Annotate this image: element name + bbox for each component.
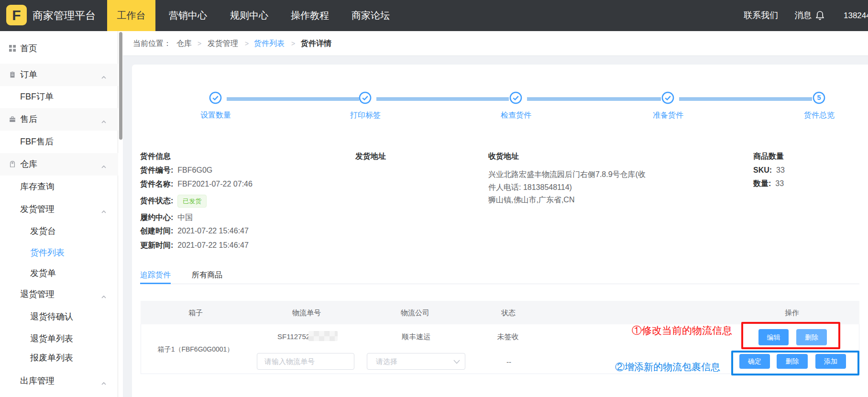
- svg-text:5: 5: [817, 94, 821, 101]
